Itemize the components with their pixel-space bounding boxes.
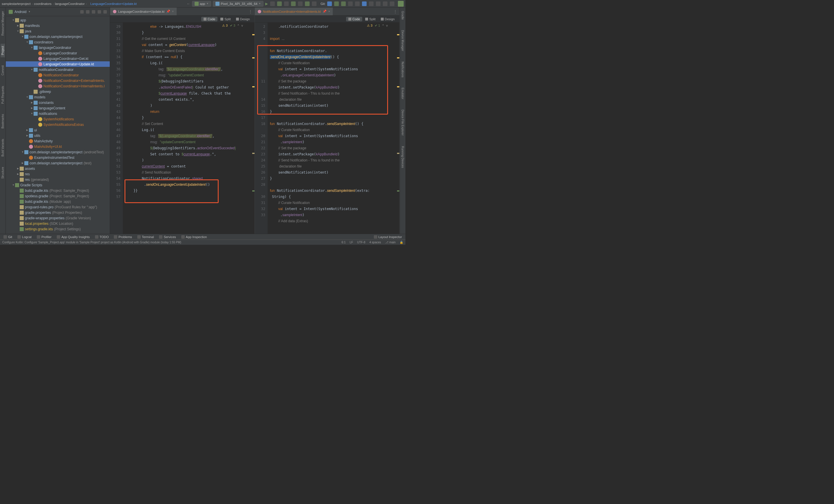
tab-menu-icon[interactable]: ⋮ <box>249 9 252 14</box>
undo-icon[interactable] <box>355 1 360 6</box>
tree-arrow-icon[interactable]: ▼ <box>16 30 20 32</box>
breadcrumb-item[interactable]: coordinators <box>34 2 51 5</box>
side-tab-gradle[interactable]: Gradle <box>400 9 405 22</box>
view-design[interactable]: Design <box>234 17 252 21</box>
tree-item[interactable]: LanguageCoordinator+Update.kt <box>6 61 110 67</box>
tree-item[interactable]: ▼notificationCoordinator <box>6 67 110 72</box>
tree-item[interactable]: MainActivity+UI.kt <box>6 144 110 149</box>
view-code[interactable]: Code <box>201 17 218 21</box>
search-icon[interactable] <box>383 1 388 6</box>
breadcrumb-item[interactable]: samplestarterproject <box>2 2 31 5</box>
tree-item[interactable]: local.properties(SDK Location) <box>6 221 110 226</box>
tree-item[interactable]: MainActivity <box>6 138 110 144</box>
bottom-tab-todo[interactable]: TODO <box>93 235 111 239</box>
tree-item[interactable]: gradle.properties(Project Properties) <box>6 210 110 215</box>
tree-item[interactable]: NotificationCoordinator+ExternalIntents. <box>6 78 110 83</box>
tree-item[interactable]: NotificationCoordinator+InternalIntents.… <box>6 83 110 89</box>
git-commit-icon[interactable] <box>334 1 339 6</box>
tree-item[interactable]: ▶manifests <box>6 23 110 28</box>
error-stripe[interactable] <box>251 23 255 234</box>
bottom-tab-app-quality-insights[interactable]: App Quality Insights <box>54 235 92 239</box>
git-pull-icon[interactable] <box>327 1 332 6</box>
line-gutter[interactable]: 2341114151617182021222324252627283031323… <box>255 23 268 234</box>
line-gutter[interactable]: 2930313233343536373839404142434445464748… <box>110 23 123 234</box>
tree-arrow-icon[interactable]: ▶ <box>30 107 34 109</box>
encoding[interactable]: UTF-8 <box>357 241 365 244</box>
tree-item[interactable]: SystemNotificationsExtras <box>6 122 110 127</box>
tree-item[interactable]: ▼coordinators <box>6 39 110 45</box>
device-dropdown[interactable]: Pixel_3a_API_33_x86_64 ▼ <box>213 1 264 7</box>
bottom-tab-terminal[interactable]: Terminal <box>135 235 156 239</box>
debug-icon[interactable] <box>277 1 282 6</box>
side-tab-pull-requests[interactable]: Pull Requests <box>1 84 5 106</box>
tree-item[interactable]: ▼models <box>6 94 110 100</box>
side-tab-commit[interactable]: Commit <box>1 63 5 77</box>
side-tab-emulator[interactable]: Emulator <box>400 85 405 101</box>
view-design[interactable]: Design <box>378 17 397 21</box>
settings-icon[interactable] <box>390 1 394 6</box>
tree-arrow-icon[interactable]: ▶ <box>21 162 24 164</box>
bottom-tab-services[interactable]: Services <box>157 235 178 239</box>
editor-tab[interactable]: LanguageCoordinator+Update.kt📌× <box>110 7 177 15</box>
tree-arrow-icon[interactable]: ▶ <box>25 134 29 137</box>
layout-icon[interactable] <box>362 1 367 6</box>
tree-item[interactable]: settings.gradle.kts(Project Settings) <box>6 226 110 232</box>
layout-inspector-tab[interactable]: Layout Inspector <box>372 235 404 239</box>
tree-arrow-icon[interactable]: ▼ <box>30 112 34 115</box>
side-tab-resource-manager[interactable]: Resource Manager <box>1 9 5 38</box>
emulator-icon[interactable] <box>376 1 380 6</box>
profile-avatar[interactable] <box>398 1 404 7</box>
code-content[interactable]: .notificationCoordinatorimport ...fun No… <box>268 23 399 234</box>
pin-icon[interactable]: 📌 <box>166 9 170 13</box>
tree-item[interactable]: NotificationCoordinator <box>6 72 110 78</box>
close-icon[interactable]: × <box>172 10 174 13</box>
inspection-badge[interactable]: ⚠ 3 ✔ 3 ^ v <box>222 24 243 27</box>
editor-tab[interactable]: NotificationCoordinator+InternalIntents.… <box>255 7 333 15</box>
inspection-badge[interactable]: ⚠ 3 ✔ 1 ^ v <box>367 24 388 27</box>
build-icon[interactable] <box>305 1 310 6</box>
line-ending[interactable]: LF <box>350 241 353 244</box>
tree-item[interactable]: build.gradle.kts(Module :app) <box>6 199 110 204</box>
tree-item[interactable]: ▶res <box>6 171 110 177</box>
tree-item[interactable]: res(generated) <box>6 177 110 182</box>
refresh-icon[interactable] <box>270 1 275 6</box>
side-tab-build-variants[interactable]: Build Variants <box>1 137 5 159</box>
history-icon[interactable] <box>348 1 353 6</box>
tree-arrow-icon[interactable]: ▶ <box>16 24 20 27</box>
tree-item[interactable]: LanguageCoordinator <box>6 50 110 56</box>
side-tab-notifications[interactable]: Notifications <box>400 59 405 79</box>
view-split[interactable]: Split <box>363 17 378 21</box>
tree-arrow-icon[interactable]: ▶ <box>16 167 20 170</box>
tree-item[interactable]: ▼Gradle Scripts <box>6 182 110 188</box>
view-code[interactable]: Code <box>346 17 362 21</box>
breadcrumb-item[interactable]: LanguageCoordinator+Update.kt <box>90 2 137 5</box>
tree-arrow-icon[interactable]: ▼ <box>21 35 24 38</box>
tree-item[interactable]: ▶ui <box>6 127 110 133</box>
profile-icon[interactable] <box>291 1 296 6</box>
tree-item[interactable]: ▼java <box>6 28 110 34</box>
collapse-icon[interactable] <box>92 10 95 14</box>
tree-item[interactable]: .gitkeep <box>6 89 110 94</box>
caret-pos[interactable]: 6:1 <box>342 241 346 244</box>
chevron-down-icon[interactable]: ▼ <box>28 10 30 13</box>
project-tree[interactable]: ▼app▶manifests▼java▼com.delasign.samples… <box>6 16 110 234</box>
bottom-tab-git[interactable]: Git <box>1 235 15 239</box>
side-tab-structure[interactable]: Structure <box>1 165 5 181</box>
git-push-icon[interactable] <box>341 1 346 6</box>
side-tab-bookmarks[interactable]: Bookmarks <box>1 112 5 131</box>
tree-item[interactable]: build.gradle.kts(Project: Sample_Project… <box>6 188 110 193</box>
close-icon[interactable]: × <box>328 10 330 13</box>
attach-icon[interactable] <box>298 1 303 6</box>
tree-item[interactable]: ▶assets <box>6 166 110 171</box>
bottom-tab-problems[interactable]: Problems <box>111 235 134 239</box>
coverage-icon[interactable] <box>284 1 289 6</box>
side-tab-project[interactable]: Project <box>1 44 5 57</box>
tree-arrow-icon[interactable]: ▼ <box>25 41 29 43</box>
tree-item[interactable]: ▶languageContent <box>6 105 110 111</box>
lock-icon[interactable]: 🔒 <box>400 241 403 244</box>
tree-item[interactable]: ▼com.delasign.samplestarterproject <box>6 34 110 39</box>
tree-item[interactable]: ▶constants <box>6 100 110 105</box>
tree-arrow-icon[interactable]: ▼ <box>12 19 15 21</box>
tree-item[interactable]: ▶utils <box>6 133 110 138</box>
tree-arrow-icon[interactable]: ▶ <box>30 101 34 104</box>
